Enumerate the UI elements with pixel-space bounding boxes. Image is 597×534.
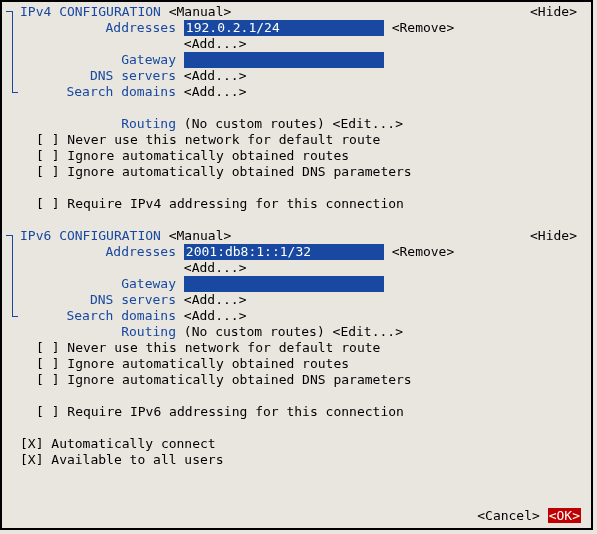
ipv6-dns-row: DNS servers <Add...> <box>6 292 587 308</box>
ipv4-search-row: Search domains <Add...> <box>6 84 587 100</box>
auto-connect-check[interactable]: [X] Automatically connect <box>6 436 587 452</box>
ipv6-address-add[interactable]: <Add...> <box>184 260 247 275</box>
tree-end <box>12 316 18 317</box>
ipv6-gateway-row: Gateway <box>6 276 587 292</box>
checkbox-icon: [ ] <box>36 164 59 179</box>
checkbox-icon: [ ] <box>36 404 59 419</box>
ipv4-address-add[interactable]: <Add...> <box>184 36 247 51</box>
ipv4-routing-edit[interactable]: <Edit...> <box>333 116 403 131</box>
checkbox-icon: [ ] <box>36 132 59 147</box>
tree-end <box>12 92 18 93</box>
ok-button[interactable]: <OK> <box>548 508 581 523</box>
ipv6-hide[interactable]: <Hide> <box>530 228 577 244</box>
ipv4-address-row: Addresses 192.0.2.1/24 <Remove> <box>6 20 587 36</box>
all-users-check[interactable]: [X] Available to all users <box>6 452 587 468</box>
footer-buttons: <Cancel> <OK> <box>477 508 581 524</box>
addresses-label: Addresses <box>6 244 176 260</box>
ipv6-address-row: Addresses 2001:db8:1::1/32 <Remove> <box>6 244 587 260</box>
ipv6-dns-add[interactable]: <Add...> <box>184 292 247 307</box>
ipv4-routing-row: Routing (No custom routes) <Edit...> <box>6 116 587 132</box>
checkbox-icon: [ ] <box>36 372 59 387</box>
tree-vert <box>12 11 13 93</box>
search-label: Search domains <box>6 308 176 324</box>
checkbox-checked-icon: [X] <box>20 452 43 467</box>
ipv6-routing-text: (No custom routes) <box>184 324 325 339</box>
ipv6-header-row: IPv6 CONFIGURATION <Manual> <Hide> <box>6 228 587 244</box>
ipv4-address-input[interactable]: 192.0.2.1/24 <box>184 20 384 36</box>
checkbox-icon: [ ] <box>36 148 59 163</box>
ipv4-dns-add[interactable]: <Add...> <box>184 68 247 83</box>
gateway-label: Gateway <box>6 276 176 292</box>
bracket: < <box>169 4 177 19</box>
routing-label: Routing <box>6 324 176 340</box>
ipv4-header-row: IPv4 CONFIGURATION <Manual> <Hide> <box>6 4 587 20</box>
ipv6-routing-edit[interactable]: <Edit...> <box>333 324 403 339</box>
ipv4-dns-row: DNS servers <Add...> <box>6 68 587 84</box>
ipv4-gateway-input[interactable] <box>184 52 384 68</box>
search-label: Search domains <box>6 84 176 100</box>
ipv4-check-1[interactable]: [ ] Ignore automatically obtained routes <box>6 148 587 164</box>
ipv6-mode-select[interactable]: Manual <box>177 228 224 243</box>
ipv6-search-row: Search domains <Add...> <box>6 308 587 324</box>
dns-label: DNS servers <box>6 292 176 308</box>
cancel-button[interactable]: <Cancel> <box>477 508 540 523</box>
checkbox-checked-icon: [X] <box>20 436 43 451</box>
ipv6-title: IPv6 CONFIGURATION <box>20 228 161 243</box>
ipv6-gateway-input[interactable] <box>184 276 384 292</box>
ipv6-check-2[interactable]: [ ] Ignore automatically obtained DNS pa… <box>6 372 587 388</box>
ipv6-address-remove[interactable]: <Remove> <box>392 244 455 259</box>
checkbox-icon: [ ] <box>36 356 59 371</box>
ipv4-check-2[interactable]: [ ] Ignore automatically obtained DNS pa… <box>6 164 587 180</box>
tree-vert <box>12 235 13 317</box>
ipv4-address-remove[interactable]: <Remove> <box>392 20 455 35</box>
ipv6-address-input[interactable]: 2001:db8:1::1/32 <box>184 244 384 260</box>
ipv4-search-add[interactable]: <Add...> <box>184 84 247 99</box>
ipv6-address-add-row: <Add...> <box>6 260 587 276</box>
ipv4-hide[interactable]: <Hide> <box>530 4 577 20</box>
routing-label: Routing <box>6 116 176 132</box>
gateway-label: Gateway <box>6 52 176 68</box>
addresses-label: Addresses <box>6 20 176 36</box>
nmtui-frame: IPv4 CONFIGURATION <Manual> <Hide> Addre… <box>0 0 593 530</box>
ipv4-check-0[interactable]: [ ] Never use this network for default r… <box>6 132 587 148</box>
ipv4-mode-select[interactable]: Manual <box>177 4 224 19</box>
ipv6-search-add[interactable]: <Add...> <box>184 308 247 323</box>
ipv4-require[interactable]: [ ] Require IPv4 addressing for this con… <box>6 196 587 212</box>
ipv6-routing-row: Routing (No custom routes) <Edit...> <box>6 324 587 340</box>
ipv4-title: IPv4 CONFIGURATION <box>20 4 161 19</box>
checkbox-icon: [ ] <box>36 196 59 211</box>
ipv6-check-1[interactable]: [ ] Ignore automatically obtained routes <box>6 356 587 372</box>
ipv6-require[interactable]: [ ] Require IPv6 addressing for this con… <box>6 404 587 420</box>
ipv4-address-add-row: <Add...> <box>6 36 587 52</box>
checkbox-icon: [ ] <box>36 340 59 355</box>
dns-label: DNS servers <box>6 68 176 84</box>
ipv4-routing-text: (No custom routes) <box>184 116 325 131</box>
ipv6-check-0[interactable]: [ ] Never use this network for default r… <box>6 340 587 356</box>
ipv4-gateway-row: Gateway <box>6 52 587 68</box>
